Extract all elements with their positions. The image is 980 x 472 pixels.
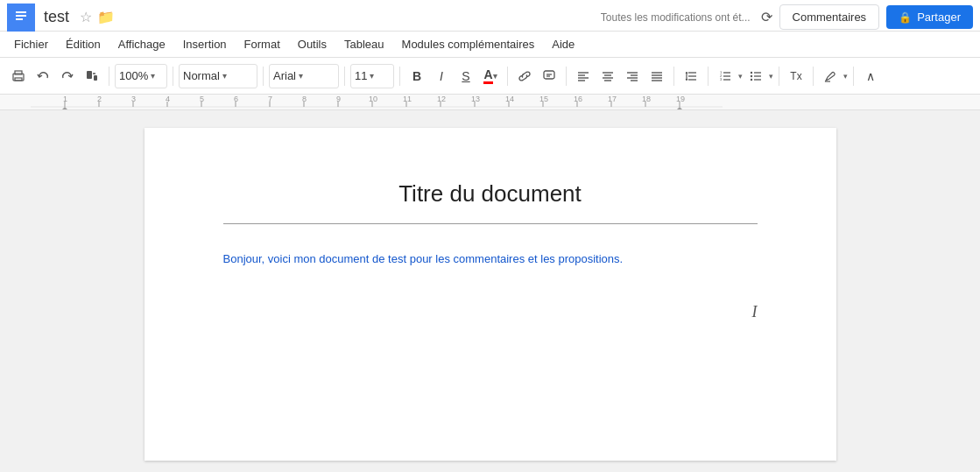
menu-format[interactable]: Format <box>237 34 287 54</box>
share-button[interactable]: 🔒 Partager <box>886 5 973 29</box>
ordered-list-button[interactable]: 123 <box>714 64 737 88</box>
drawing-arrow[interactable]: ▾ <box>843 72 848 81</box>
menu-insertion[interactable]: Insertion <box>176 34 234 54</box>
save-status: Toutes les modifications ont ét... <box>601 11 751 24</box>
svg-text:14: 14 <box>505 95 514 103</box>
history-button[interactable]: ⟳ <box>761 9 772 25</box>
separator-8 <box>673 67 674 86</box>
menu-affichage[interactable]: Affichage <box>111 34 173 54</box>
svg-text:1: 1 <box>63 95 67 103</box>
zoom-arrow: ▾ <box>151 71 155 81</box>
zoom-value: 100% <box>119 69 148 82</box>
undo-button[interactable] <box>32 64 54 88</box>
svg-point-44 <box>751 78 752 80</box>
document-body[interactable]: Bonjour, voici mon document de test pour… <box>223 250 758 269</box>
separator-3 <box>263 67 264 86</box>
separator-9 <box>708 67 709 86</box>
svg-text:6: 6 <box>234 95 238 103</box>
svg-rect-2 <box>16 15 26 17</box>
ol-arrow[interactable]: ▾ <box>738 72 743 81</box>
menu-fichier[interactable]: Fichier <box>7 34 55 54</box>
document-title[interactable]: Titre du document <box>223 180 758 208</box>
app-logo <box>7 4 35 32</box>
comment-insert-button[interactable] <box>538 64 561 88</box>
svg-text:11: 11 <box>403 95 412 103</box>
svg-text:3: 3 <box>720 77 723 81</box>
line-spacing-button[interactable] <box>680 64 702 88</box>
separator-5 <box>399 67 400 86</box>
comments-button[interactable]: Commentaires <box>779 4 880 30</box>
zoom-dropdown[interactable]: 100% ▾ <box>115 64 167 88</box>
doc-page[interactable]: Titre du document Bonjour, voici mon doc… <box>145 128 836 461</box>
redo-button[interactable] <box>56 64 79 88</box>
text-color-button[interactable]: A ▾ <box>479 64 502 88</box>
svg-rect-5 <box>15 71 22 74</box>
underline-button[interactable]: S <box>455 64 477 88</box>
print-button[interactable] <box>7 64 30 88</box>
unordered-list-button[interactable] <box>744 64 767 88</box>
color-label: A <box>483 67 492 84</box>
text-cursor: I <box>752 303 758 321</box>
font-arrow: ▾ <box>299 71 303 81</box>
separator-6 <box>507 67 508 86</box>
separator-11 <box>813 67 814 86</box>
document-area[interactable]: Titre du document Bonjour, voici mon doc… <box>0 110 980 472</box>
menu-modules[interactable]: Modules complémentaires <box>395 34 542 54</box>
style-value: Normal <box>183 69 220 82</box>
font-size-arrow: ▾ <box>370 71 374 81</box>
svg-text:18: 18 <box>642 95 651 103</box>
svg-point-43 <box>751 74 752 76</box>
menu-edition[interactable]: Édition <box>59 34 108 54</box>
ul-arrow[interactable]: ▾ <box>769 72 773 81</box>
align-left-button[interactable] <box>572 64 595 88</box>
svg-text:19: 19 <box>676 95 685 103</box>
clear-label: Tx <box>790 70 801 82</box>
svg-rect-8 <box>94 75 97 81</box>
color-arrow: ▾ <box>493 72 497 81</box>
ruler: 1 2 3 4 5 6 7 8 9 10 11 12 13 1 <box>0 95 980 110</box>
menu-tableau[interactable]: Tableau <box>337 34 391 54</box>
italic-button[interactable]: I <box>430 64 453 88</box>
share-label: Partager <box>917 11 961 24</box>
separator-7 <box>566 67 567 86</box>
separator-4 <box>344 67 345 86</box>
svg-text:12: 12 <box>437 95 446 103</box>
svg-text:7: 7 <box>268 95 272 103</box>
collapse-toolbar-button[interactable]: ∧ <box>859 64 882 88</box>
separator-2 <box>173 67 173 86</box>
style-dropdown[interactable]: Normal ▾ <box>179 64 257 88</box>
font-dropdown[interactable]: Arial ▾ <box>269 64 339 88</box>
svg-text:4: 4 <box>166 95 170 103</box>
separator-1 <box>109 67 109 86</box>
align-center-button[interactable] <box>596 64 619 88</box>
menu-bar: Fichier Édition Affichage Insertion Form… <box>0 32 980 58</box>
svg-text:10: 10 <box>369 95 377 103</box>
svg-text:17: 17 <box>608 95 617 103</box>
title-bar: test ☆ 📁 Toutes les modifications ont ét… <box>0 0 980 32</box>
bold-button[interactable]: B <box>405 64 428 88</box>
svg-rect-6 <box>15 78 22 81</box>
clear-formatting-button[interactable]: Tx <box>785 64 807 88</box>
svg-text:8: 8 <box>302 95 307 103</box>
menu-aide[interactable]: Aide <box>545 34 582 54</box>
folder-icon[interactable]: 📁 <box>97 9 115 25</box>
paint-format-button[interactable] <box>81 64 103 88</box>
title-divider <box>223 223 758 224</box>
svg-text:3: 3 <box>131 95 136 103</box>
link-button[interactable] <box>513 64 536 88</box>
svg-text:16: 16 <box>574 95 582 103</box>
font-size-dropdown[interactable]: 11 ▾ <box>350 64 394 88</box>
separator-12 <box>853 67 854 86</box>
svg-rect-7 <box>87 71 92 79</box>
doc-title[interactable]: test <box>44 8 69 26</box>
svg-text:9: 9 <box>336 95 341 103</box>
align-justify-button[interactable] <box>645 64 668 88</box>
svg-text:2: 2 <box>97 95 102 103</box>
align-right-button[interactable] <box>621 64 644 88</box>
separator-10 <box>779 67 779 86</box>
svg-rect-3 <box>16 18 23 20</box>
menu-outils[interactable]: Outils <box>291 34 334 54</box>
svg-point-42 <box>751 71 752 73</box>
star-icon[interactable]: ☆ <box>80 9 92 25</box>
drawing-button[interactable] <box>819 64 842 88</box>
